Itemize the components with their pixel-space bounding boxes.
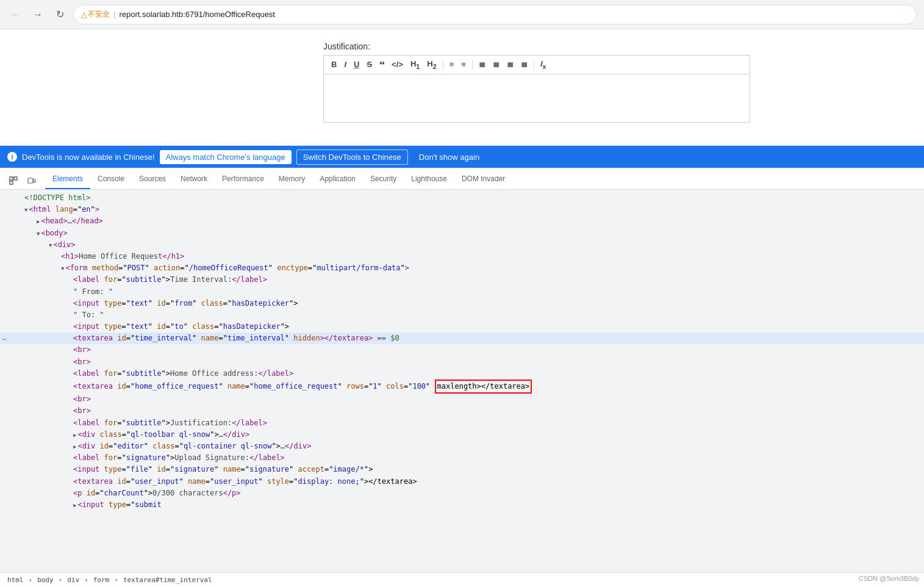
tab-application[interactable]: Application bbox=[312, 170, 363, 189]
clear-format-btn[interactable]: Ix bbox=[538, 58, 549, 71]
toolbar-divider-2 bbox=[472, 60, 473, 70]
tab-sources[interactable]: Sources bbox=[132, 170, 173, 189]
dom-line-html[interactable]: ▼ <html lang="en" > bbox=[0, 204, 924, 215]
tab-security[interactable]: Security bbox=[363, 170, 404, 189]
devtools-notification-bar: i DevTools is now available in Chinese! … bbox=[0, 146, 924, 168]
head-expand[interactable]: ▶ bbox=[37, 217, 40, 226]
align-left-btn[interactable]: ≣ bbox=[476, 59, 488, 70]
editor-toolbar: B I U S ❛❛ </> H1 H2 ≡ ≡ ≣ ≣ ≣ ≣ Ix bbox=[323, 55, 750, 74]
dom-line-ql-toolbar[interactable]: ▶ <div class="ql-toolbar ql-snow"> … </d… bbox=[0, 429, 924, 441]
toolbar-divider-3 bbox=[534, 60, 534, 70]
dom-line-h1[interactable]: <h1> Home Office Request </h1> bbox=[0, 251, 924, 262]
partial-expand[interactable]: ▶ bbox=[73, 501, 76, 510]
dom-line-text-to[interactable]: " To: " bbox=[0, 309, 924, 321]
dots-indicator: … bbox=[2, 333, 7, 344]
svg-rect-1 bbox=[14, 177, 17, 180]
address-separator: | bbox=[113, 10, 115, 19]
element-picker-btn[interactable] bbox=[5, 172, 22, 189]
breadcrumb-textarea[interactable]: textarea#time_interval bbox=[121, 576, 215, 584]
dom-line-p-charcount[interactable]: <p id="charCount"> 0/300 characters </p> bbox=[0, 488, 924, 499]
forward-button[interactable]: → bbox=[29, 6, 46, 23]
tab-memory[interactable]: Memory bbox=[271, 170, 312, 189]
devtools-tabs-bar: Elements Console Sources Network Perform… bbox=[0, 168, 924, 190]
svg-rect-4 bbox=[34, 179, 35, 182]
tab-performance[interactable]: Performance bbox=[215, 170, 271, 189]
dom-line-label-address[interactable]: <label for="subtitle"> Home Office addre… bbox=[0, 368, 924, 380]
tab-lighthouse[interactable]: Lighthouse bbox=[404, 170, 454, 189]
reload-button[interactable]: ↻ bbox=[51, 6, 68, 23]
dom-line-br-3[interactable]: <br> bbox=[0, 394, 924, 405]
back-button[interactable]: ← bbox=[7, 6, 24, 23]
div-expand[interactable]: ▼ bbox=[49, 241, 52, 250]
tab-network[interactable]: Network bbox=[173, 170, 215, 189]
address-bar: △ 不安全 | report.solarlab.htb:6791/homeOff… bbox=[73, 5, 917, 24]
breadcrumb-body[interactable]: body bbox=[35, 576, 56, 584]
html-expand[interactable]: ▼ bbox=[24, 206, 27, 214]
dom-line-label-time[interactable]: <label for="subtitle"> Time Interval: </… bbox=[0, 274, 924, 286]
dom-panel[interactable]: <!DOCTYPE html> ▼ <html lang="en" > ▶ <h… bbox=[0, 190, 924, 572]
italic-btn[interactable]: I bbox=[342, 59, 349, 70]
devtools-panel: i DevTools is now available in Chinese! … bbox=[0, 145, 924, 587]
dom-line-label-justification[interactable]: <label for="subtitle"> Justification: </… bbox=[0, 417, 924, 429]
breadcrumb-div[interactable]: div bbox=[65, 576, 82, 584]
notification-text: DevTools is now available in Chinese! bbox=[22, 153, 155, 162]
bold-btn[interactable]: B bbox=[329, 59, 339, 70]
align-right-btn[interactable]: ≣ bbox=[504, 59, 516, 70]
dom-line-br-4[interactable]: <br> bbox=[0, 405, 924, 417]
dom-line-textarea-time[interactable]: … <textarea id="time_interval" name="tim… bbox=[0, 333, 924, 344]
switch-chinese-button[interactable]: Switch DevTools to Chinese bbox=[296, 149, 408, 165]
breadcrumb-sep-2: › bbox=[59, 576, 63, 584]
align-justify-btn[interactable]: ≣ bbox=[518, 59, 530, 70]
dom-line-div[interactable]: ▼ <div> bbox=[0, 239, 924, 251]
unordered-list-btn[interactable]: ≡ bbox=[459, 59, 468, 70]
dom-line-form[interactable]: ▼ <form method="POST" action="/homeOffic… bbox=[0, 262, 924, 274]
h2-btn[interactable]: H2 bbox=[424, 58, 439, 71]
dom-line-body[interactable]: ▼ <body> bbox=[0, 228, 924, 239]
strikethrough-btn[interactable]: S bbox=[364, 59, 374, 70]
align-center-btn[interactable]: ≣ bbox=[490, 59, 502, 70]
breadcrumb-html[interactable]: html bbox=[5, 576, 26, 584]
warning-text: 不安全 bbox=[88, 9, 110, 20]
page-content-area: Justification: B I U S ❛❛ </> H1 H2 ≡ ≡ … bbox=[0, 29, 924, 145]
tab-elements[interactable]: Elements bbox=[45, 170, 90, 189]
match-language-button[interactable]: Always match Chrome's language bbox=[160, 150, 292, 164]
underline-btn[interactable]: U bbox=[351, 59, 362, 70]
svg-rect-2 bbox=[10, 181, 13, 184]
doctype-text: <!DOCTYPE html> bbox=[24, 192, 90, 204]
ql-toolbar-expand[interactable]: ▶ bbox=[73, 431, 76, 439]
dont-show-again-button[interactable]: Don't show again bbox=[413, 150, 485, 164]
dom-line-input-file[interactable]: <input type="file" id="signature" name="… bbox=[0, 464, 924, 475]
dom-line-head[interactable]: ▶ <head> … </head> bbox=[0, 215, 924, 227]
dom-line-br-1[interactable]: <br> bbox=[0, 344, 924, 356]
dom-line-input-to[interactable]: <input type="text" id="to" class="hasDat… bbox=[0, 321, 924, 333]
ordered-list-btn[interactable]: ≡ bbox=[447, 59, 457, 70]
dom-line-text-from[interactable]: " From: " bbox=[0, 286, 924, 298]
blockquote-btn[interactable]: ❛❛ bbox=[377, 59, 387, 70]
tab-console[interactable]: Console bbox=[90, 170, 132, 189]
h1-btn[interactable]: H1 bbox=[408, 58, 422, 71]
warning-icon: △ bbox=[81, 10, 87, 19]
form-expand[interactable]: ▼ bbox=[61, 264, 64, 273]
tab-dom-invader[interactable]: DOM Invader bbox=[454, 170, 512, 189]
editor-content-area[interactable] bbox=[323, 74, 750, 123]
dom-line-ql-editor[interactable]: ▶ <div id="editor" class="ql-container q… bbox=[0, 441, 924, 452]
address-url[interactable]: report.solarlab.htb:6791/homeOfficeReque… bbox=[119, 10, 275, 19]
dom-line-input-from[interactable]: <input type="text" id="from" class="hasD… bbox=[0, 298, 924, 309]
dom-line-br-2[interactable]: <br> bbox=[0, 356, 924, 368]
ql-editor-expand[interactable]: ▶ bbox=[73, 442, 76, 451]
dom-line-doctype: <!DOCTYPE html> bbox=[0, 192, 924, 204]
breadcrumb-sep-1: › bbox=[29, 576, 33, 584]
dom-line-label-signature[interactable]: <label for="signature"> Upload Signature… bbox=[0, 452, 924, 464]
red-box-maxlength: maxlength></textarea> bbox=[435, 380, 532, 394]
svg-rect-3 bbox=[28, 178, 33, 183]
dom-line-textarea-address[interactable]: <textarea id="home_office_request" name=… bbox=[0, 380, 924, 394]
body-expand[interactable]: ▼ bbox=[37, 229, 40, 238]
dom-line-partial[interactable]: ▶ <input type="submit bbox=[0, 499, 924, 511]
watermark: CSDN @Som3B0dy bbox=[859, 575, 919, 582]
dom-line-textarea-user[interactable]: <textarea id="user_input" name="user_inp… bbox=[0, 476, 924, 488]
breadcrumb-form[interactable]: form bbox=[91, 576, 112, 584]
toolbar-divider-1 bbox=[443, 60, 443, 70]
device-toggle-btn[interactable] bbox=[23, 172, 40, 189]
code-btn[interactable]: </> bbox=[389, 59, 406, 70]
browser-chrome: ← → ↻ △ 不安全 | report.solarlab.htb:6791/h… bbox=[0, 0, 924, 29]
